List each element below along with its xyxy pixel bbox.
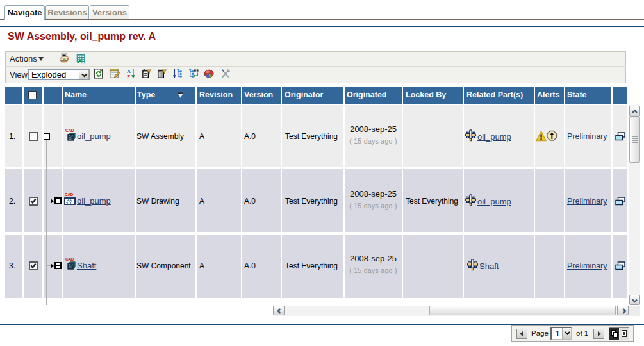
svg-text:Z: Z <box>127 74 130 79</box>
